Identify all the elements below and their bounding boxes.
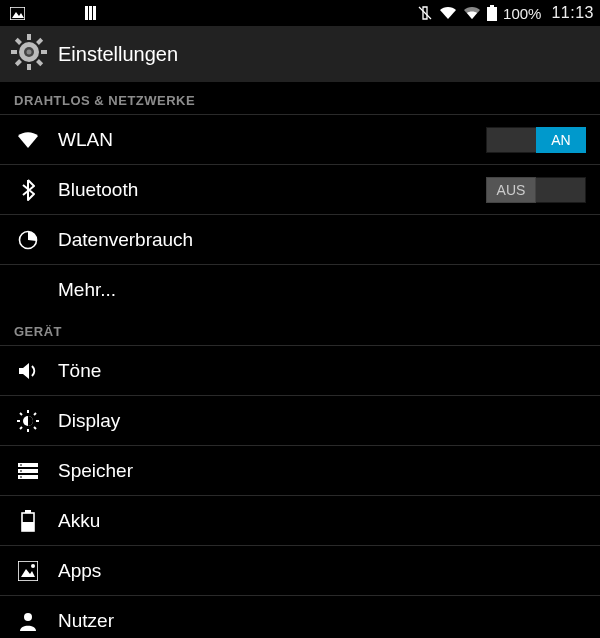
svg-rect-14 <box>15 59 22 66</box>
svg-rect-2 <box>85 6 88 20</box>
svg-rect-4 <box>93 6 96 20</box>
row-label: Display <box>58 410 586 432</box>
row-label: WLAN <box>58 129 486 151</box>
bars-indicator-icon <box>85 6 99 20</box>
status-left <box>6 6 99 20</box>
image-indicator-icon <box>10 7 25 20</box>
svg-point-41 <box>31 564 35 568</box>
settings-gear-icon <box>10 33 48 75</box>
section-header-device: GERÄT <box>0 314 600 345</box>
row-label: Apps <box>58 560 586 582</box>
row-wlan[interactable]: WLAN AUS AN <box>0 114 600 164</box>
svg-line-5 <box>419 7 431 19</box>
user-icon <box>14 611 42 631</box>
battery-text: 100% <box>503 5 541 22</box>
battery-icon <box>14 510 42 532</box>
toggle-on-label: AN <box>536 177 586 203</box>
svg-marker-40 <box>21 569 35 577</box>
svg-rect-7 <box>487 7 497 21</box>
svg-rect-34 <box>20 470 22 471</box>
list-device: Töne Display Speicher Akku Apps Nutzer <box>0 345 600 638</box>
row-label: Speicher <box>58 460 586 482</box>
toggle-off-label: AUS <box>486 127 536 153</box>
svg-rect-10 <box>27 64 31 70</box>
row-label: Bluetooth <box>58 179 486 201</box>
row-label: Akku <box>58 510 586 532</box>
svg-rect-0 <box>10 7 25 20</box>
svg-line-28 <box>34 413 36 415</box>
wifi-icon-secondary <box>463 6 481 20</box>
svg-rect-9 <box>27 34 31 40</box>
status-bar: 100% 11:13 <box>0 0 600 26</box>
svg-point-42 <box>24 613 32 621</box>
row-storage[interactable]: Speicher <box>0 445 600 495</box>
row-display[interactable]: Display <box>0 395 600 445</box>
list-wireless: WLAN AUS AN Bluetooth AUS AN Datenverbra… <box>0 114 600 314</box>
status-clock: 11:13 <box>551 4 594 22</box>
svg-marker-1 <box>12 12 24 18</box>
row-label: Datenverbrauch <box>58 229 586 251</box>
row-data-usage[interactable]: Datenverbrauch <box>0 214 600 264</box>
wifi-icon <box>439 6 457 20</box>
bluetooth-icon <box>14 179 42 201</box>
row-apps[interactable]: Apps <box>0 545 600 595</box>
svg-rect-11 <box>11 50 17 54</box>
svg-line-29 <box>20 427 22 429</box>
svg-rect-15 <box>15 38 22 45</box>
svg-rect-16 <box>36 59 43 66</box>
display-icon <box>14 410 42 432</box>
svg-rect-33 <box>20 464 22 465</box>
svg-point-18 <box>27 50 32 55</box>
wlan-toggle[interactable]: AUS AN <box>486 127 586 153</box>
row-label: Nutzer <box>58 610 586 632</box>
svg-rect-6 <box>490 5 494 7</box>
row-label: Mehr... <box>58 279 586 301</box>
svg-rect-35 <box>20 476 22 477</box>
svg-rect-12 <box>41 50 47 54</box>
row-users[interactable]: Nutzer <box>0 595 600 638</box>
bluetooth-toggle[interactable]: AUS AN <box>486 177 586 203</box>
status-right: 100% 11:13 <box>417 4 594 22</box>
data-usage-icon <box>14 230 42 250</box>
svg-rect-13 <box>36 38 43 45</box>
svg-line-27 <box>34 427 36 429</box>
svg-rect-3 <box>89 6 92 20</box>
row-label: Töne <box>58 360 586 382</box>
page-title: Einstellungen <box>58 43 178 66</box>
svg-marker-20 <box>19 363 29 379</box>
toggle-off-label: AUS <box>486 177 536 203</box>
apps-icon <box>14 561 42 581</box>
storage-icon <box>14 462 42 480</box>
section-header-wireless: DRAHTLOS & NETZWERKE <box>0 83 600 114</box>
svg-rect-38 <box>22 522 34 531</box>
wifi-icon <box>14 131 42 149</box>
battery-icon <box>487 5 497 21</box>
vibrate-icon <box>417 5 433 21</box>
svg-rect-39 <box>18 561 38 581</box>
app-header: Einstellungen <box>0 26 600 83</box>
row-bluetooth[interactable]: Bluetooth AUS AN <box>0 164 600 214</box>
toggle-on-label: AN <box>536 127 586 153</box>
row-sound[interactable]: Töne <box>0 345 600 395</box>
sound-icon <box>14 361 42 381</box>
svg-line-26 <box>20 413 22 415</box>
row-battery[interactable]: Akku <box>0 495 600 545</box>
row-more[interactable]: Mehr... <box>0 264 600 314</box>
